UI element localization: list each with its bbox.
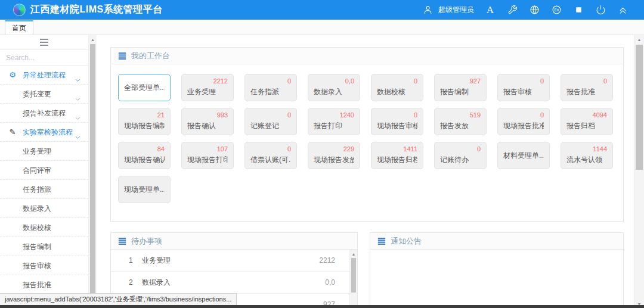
card-label: 数据录入 xyxy=(314,87,354,97)
workbench-card[interactable]: 4094 报告归档 xyxy=(561,108,613,135)
card-count-badge: 1240 xyxy=(314,111,354,119)
workbench-card[interactable]: 107 现场报告打印 xyxy=(181,142,234,169)
bottom-edge-strip xyxy=(0,305,644,308)
sidebar-menu-item[interactable]: 报告编制 xyxy=(0,237,88,256)
todo-row[interactable]: 1 业务受理 2212 xyxy=(111,250,349,272)
card-label: 报告审核 xyxy=(503,87,544,97)
card-count-badge: 2212 xyxy=(187,77,228,85)
collapse-icon[interactable] xyxy=(617,4,628,16)
card-label: 报告确认 xyxy=(187,121,228,130)
notice-panel-header: 通知公告 xyxy=(370,233,623,250)
workbench-card[interactable]: 0 现场报告批准 xyxy=(497,108,550,135)
todo-scrollbar-thumb[interactable] xyxy=(351,258,356,293)
workbench-cards: 全部受理单... 2212 业务受理 0 任务指派 0,0 数据录入 0 数据校… xyxy=(111,64,623,221)
workbench-card[interactable]: 21 现场报告编制 xyxy=(118,108,171,135)
sidebar-menu-item[interactable]: ✎ 实验室检验流程 xyxy=(0,123,88,142)
workbench-panel-header: 我的工作台 xyxy=(111,48,623,64)
workbench-card[interactable]: 1240 报告打印 xyxy=(308,108,360,135)
chevron-down-icon xyxy=(75,91,81,97)
workbench-card[interactable]: 1411 现场报告归档 xyxy=(371,142,423,169)
username-label[interactable]: 超级管理员 xyxy=(438,5,474,15)
sidebar-scrollbar[interactable]: ▲ xyxy=(88,35,97,308)
sidebar-menu-item[interactable]: 报告审核 xyxy=(0,256,88,275)
workbench-card[interactable]: 993 报告确认 xyxy=(181,108,234,135)
card-label: 现场报告审核 xyxy=(377,121,417,130)
main-scrollbar[interactable]: ▲ ▼ xyxy=(634,35,644,308)
card-label: 记账待办 xyxy=(440,155,481,164)
main-scrollbar-thumb[interactable] xyxy=(636,45,643,170)
workbench-card[interactable]: 519 报告发放 xyxy=(434,108,487,135)
app-logo xyxy=(13,4,26,16)
workbench-card[interactable]: 材料受理单... xyxy=(497,142,550,169)
card-count-badge: 0 xyxy=(377,77,417,85)
workbench-card[interactable]: 927 报告编制 xyxy=(434,74,487,101)
sidebar-menu-item[interactable]: 业务受理 xyxy=(0,142,88,161)
card-label: 现场报告发放 xyxy=(314,155,354,164)
sidebar-menu-item[interactable]: 数据录入 xyxy=(0,199,88,218)
card-label: 报告批准 xyxy=(566,87,607,97)
user-icon[interactable] xyxy=(422,4,434,16)
sidebar-menu-item[interactable]: 合同评审 xyxy=(0,161,88,180)
todo-row-number: 1 xyxy=(129,256,142,265)
workbench-card[interactable]: 0 记账待办 xyxy=(434,142,487,169)
workbench-card[interactable]: 全部受理单... xyxy=(118,74,171,101)
workbench-card[interactable]: 1144 流水号认领 xyxy=(561,142,613,169)
card-count-badge: 0 xyxy=(503,111,544,119)
gear-icon: ⚙ xyxy=(7,66,18,85)
sidebar-search-input[interactable] xyxy=(0,49,88,66)
workbench-card[interactable]: 0 报告审核 xyxy=(497,74,550,101)
workbench-card[interactable]: 0,0 数据录入 xyxy=(308,74,360,101)
card-label: 全部受理单... xyxy=(124,83,165,92)
sidebar-menu-item[interactable]: 任务指派 xyxy=(0,180,88,199)
main-content: 我的工作台 全部受理单... 2212 业务受理 0 任务指派 0,0 数据录入… xyxy=(97,35,634,308)
app-window: 江西建材院LIMS系统管理平台 超级管理员 A En xyxy=(0,0,644,308)
chevron-down-icon xyxy=(75,71,81,78)
todo-row[interactable]: 2 数据录入 0,0 xyxy=(111,272,349,294)
sidebar-menu-item[interactable]: 报告补发流程 xyxy=(0,104,88,123)
workbench-card[interactable]: 2212 业务受理 xyxy=(181,74,234,101)
workbench-card[interactable]: 84 现场报告确认 xyxy=(118,142,171,169)
scroll-up-arrow[interactable]: ▲ xyxy=(89,35,97,43)
sidebar-collapse-toggle[interactable] xyxy=(0,35,88,49)
scroll-up-arrow[interactable]: ▲ xyxy=(634,35,644,43)
scroll-up-arrow[interactable]: ▲ xyxy=(350,250,357,258)
workbench-card[interactable]: 0 借票认账(可... xyxy=(244,142,297,169)
sidebar-menu-item-label: 任务指派 xyxy=(23,185,51,194)
wrench-icon[interactable] xyxy=(506,4,518,16)
sidebar-scrollbar-thumb[interactable] xyxy=(90,44,95,300)
sidebar-menu-item[interactable]: 数据校核 xyxy=(0,218,88,237)
font-size-icon[interactable]: A xyxy=(484,4,496,16)
hamburger-icon xyxy=(39,38,49,46)
card-count-badge: 519 xyxy=(440,111,481,119)
card-count-badge: 0 xyxy=(503,77,544,85)
todo-row-value: 0,0 xyxy=(325,278,335,287)
workbench-card[interactable]: 现场受理单... xyxy=(118,176,171,203)
card-label: 报告编制 xyxy=(440,87,481,97)
globe-icon[interactable] xyxy=(528,4,540,16)
card-count-badge: 229 xyxy=(314,145,354,153)
workbench-panel: 我的工作台 全部受理单... 2212 业务受理 0 任务指派 0,0 数据录入… xyxy=(110,47,624,222)
language-icon[interactable]: En xyxy=(550,4,562,16)
tab-home[interactable]: 首页 xyxy=(5,20,33,35)
sidebar-menu-item[interactable]: 委托变更 xyxy=(0,85,88,104)
todo-scrollbar[interactable]: ▲ xyxy=(349,250,357,307)
fullscreen-icon[interactable] xyxy=(572,4,584,16)
card-count-badge: 4094 xyxy=(566,111,607,119)
notice-title: 通知公告 xyxy=(391,236,422,247)
pen-icon: ✎ xyxy=(7,123,18,142)
workbench-card[interactable]: 0 现场报告审核 xyxy=(371,108,423,135)
sidebar-menu-item[interactable]: 报告批准 xyxy=(0,275,88,294)
workbench-card[interactable]: 229 现场报告发放 xyxy=(308,142,360,169)
workbench-card[interactable]: 0 报告批准 xyxy=(561,74,613,101)
workbench-card[interactable]: 0 记账登记 xyxy=(244,108,297,135)
sidebar-menu-item[interactable]: ⚙ 异常处理流程 xyxy=(0,66,88,85)
power-icon[interactable] xyxy=(595,4,606,16)
list-icon xyxy=(118,237,126,245)
workbench-card[interactable]: 0 数据校核 xyxy=(371,74,423,101)
card-count-badge: 107 xyxy=(187,145,228,153)
card-count-badge: 0 xyxy=(377,111,417,119)
card-label: 记账登记 xyxy=(250,121,291,130)
workbench-card[interactable]: 0 任务指派 xyxy=(244,74,297,101)
card-count-badge: 927 xyxy=(440,77,481,85)
card-label: 现场报告归档 xyxy=(377,155,417,164)
